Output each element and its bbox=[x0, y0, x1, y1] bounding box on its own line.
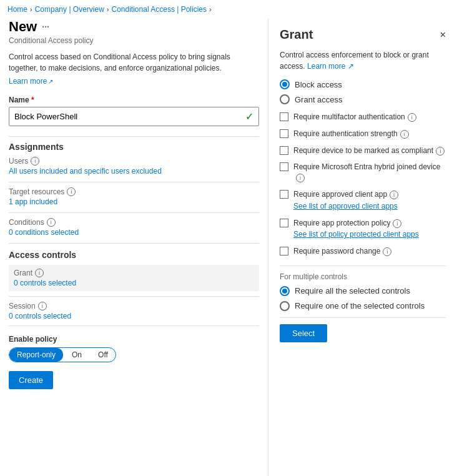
checkbox-2[interactable] bbox=[280, 146, 288, 155]
require-one-radio-circle bbox=[280, 301, 290, 311]
page-subtitle: Conditional Access policy bbox=[9, 36, 259, 45]
target-info-icon[interactable]: i bbox=[67, 187, 76, 196]
enable-policy-toggle[interactable]: Report-only On Off bbox=[9, 347, 116, 362]
checkbox-info-icon-6[interactable]: i bbox=[383, 247, 391, 256]
checkbox-info-icon-3[interactable]: i bbox=[296, 174, 305, 182]
block-access-radio-circle bbox=[280, 79, 290, 89]
checkbox-item: Require app protection policyiSee list o… bbox=[280, 218, 446, 240]
external-link-icon: ↗ bbox=[48, 78, 53, 85]
select-button[interactable]: Select bbox=[280, 324, 327, 342]
enable-policy-label: Enable policy bbox=[9, 335, 259, 344]
close-button[interactable]: × bbox=[440, 29, 446, 41]
checkbox-link-4[interactable]: See list of approved client apps bbox=[293, 201, 446, 212]
checkbox-info-icon-5[interactable]: i bbox=[393, 219, 401, 228]
breadcrumb-company[interactable]: Company | Overview bbox=[35, 5, 104, 14]
checkbox-5[interactable] bbox=[280, 219, 288, 227]
grant-access-radio-circle bbox=[280, 94, 290, 104]
checkbox-3[interactable] bbox=[280, 162, 288, 171]
checkbox-4[interactable] bbox=[280, 190, 288, 199]
name-input-container[interactable]: ✓ bbox=[9, 107, 259, 126]
checkbox-info-icon-2[interactable]: i bbox=[436, 147, 445, 156]
users-assignment: Users i All users included and specific … bbox=[9, 157, 259, 176]
checkmark-icon: ✓ bbox=[245, 111, 253, 122]
checkbox-info-icon-0[interactable]: i bbox=[408, 113, 416, 122]
name-input[interactable] bbox=[14, 112, 245, 121]
grant-control-item: Grant i 0 controls selected bbox=[9, 265, 259, 291]
assignments-title: Assignments bbox=[9, 142, 259, 152]
checkbox-item: Require authentication strengthi bbox=[280, 129, 446, 139]
checkbox-1[interactable] bbox=[280, 129, 288, 138]
right-panel: Grant × Control access enforcement to bl… bbox=[268, 19, 457, 476]
session-info-icon[interactable]: i bbox=[38, 302, 47, 310]
grant-access-radio[interactable]: Grant access bbox=[280, 94, 446, 104]
checkbox-0[interactable] bbox=[280, 112, 288, 121]
checkbox-link-5[interactable]: See list of policy protected client apps bbox=[293, 229, 446, 240]
grant-value[interactable]: 0 controls selected bbox=[14, 279, 254, 287]
description-text: Control access based on Conditional Acce… bbox=[9, 51, 259, 74]
learn-more-link[interactable]: Learn more ↗ bbox=[9, 77, 53, 86]
enable-policy-section: Enable policy Report-only On Off bbox=[9, 335, 259, 362]
more-options-icon[interactable]: ··· bbox=[42, 22, 49, 32]
require-one-radio[interactable]: Require one of the selected controls bbox=[280, 301, 446, 311]
checkbox-item: Require password changei bbox=[280, 246, 446, 257]
multiple-controls-section: For multiple controls Require all the se… bbox=[280, 272, 446, 311]
grant-checkbox-list: Require multifactor authenticationiRequi… bbox=[280, 112, 446, 257]
breadcrumb-policies[interactable]: Conditional Access | Policies bbox=[112, 5, 207, 14]
toggle-on[interactable]: On bbox=[64, 348, 89, 362]
checkbox-item: Require approved client appiSee list of … bbox=[280, 189, 446, 212]
toggle-report-only[interactable]: Report-only bbox=[9, 348, 63, 362]
access-controls-title: Access controls bbox=[9, 250, 259, 260]
breadcrumb-home[interactable]: Home bbox=[7, 5, 27, 14]
left-panel: New ··· Conditional Access policy Contro… bbox=[0, 19, 268, 476]
conditions-info-icon[interactable]: i bbox=[47, 218, 56, 227]
checkbox-info-icon-1[interactable]: i bbox=[400, 130, 409, 139]
checkbox-info-icon-4[interactable]: i bbox=[390, 191, 398, 199]
grant-description: Control access enforcement to block or g… bbox=[280, 49, 446, 72]
session-control-item: Session i 0 controls selected bbox=[9, 302, 259, 320]
access-type-radio-group: Block access Grant access bbox=[280, 79, 446, 104]
require-all-radio[interactable]: Require all the selected controls bbox=[280, 286, 446, 296]
checkbox-item: Require device to be marked as compliant… bbox=[280, 146, 446, 156]
grant-title-row: Grant × bbox=[280, 27, 446, 42]
name-field-label: Name * bbox=[9, 96, 259, 104]
require-all-radio-circle bbox=[280, 286, 290, 296]
select-btn-container: Select bbox=[280, 317, 446, 345]
conditions-value[interactable]: 0 conditions selected bbox=[9, 228, 259, 237]
target-value[interactable]: 1 app included bbox=[9, 197, 259, 206]
block-access-radio[interactable]: Block access bbox=[280, 79, 446, 89]
users-value[interactable]: All users included and specific users ex… bbox=[9, 167, 259, 176]
create-button[interactable]: Create bbox=[9, 371, 53, 389]
toggle-off[interactable]: Off bbox=[91, 348, 115, 362]
multiple-controls-title: For multiple controls bbox=[280, 272, 446, 281]
conditions-assignment: Conditions i 0 conditions selected bbox=[9, 218, 259, 237]
session-value[interactable]: 0 controls selected bbox=[9, 312, 259, 320]
grant-learn-more-link[interactable]: Learn more ↗ bbox=[307, 62, 354, 71]
target-resources-assignment: Target resources i 1 app included bbox=[9, 187, 259, 206]
users-info-icon[interactable]: i bbox=[31, 157, 39, 166]
checkbox-item: Require Microsoft Entra hybrid joined de… bbox=[280, 162, 446, 183]
page-title: New ··· bbox=[9, 19, 259, 35]
checkbox-6[interactable] bbox=[280, 247, 288, 255]
grant-info-icon[interactable]: i bbox=[35, 269, 44, 277]
checkbox-item: Require multifactor authenticationi bbox=[280, 112, 446, 122]
breadcrumb: Home › Company | Overview › Conditional … bbox=[0, 0, 457, 19]
